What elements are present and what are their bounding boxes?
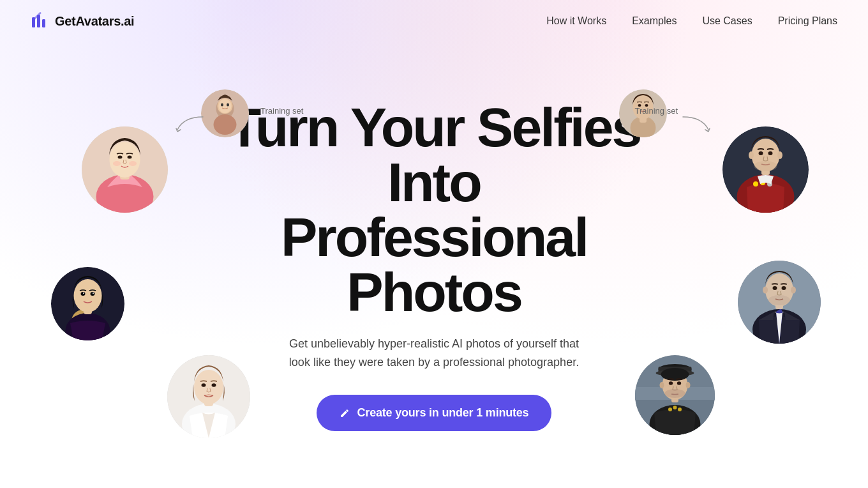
hero-subheadline: Get unbelievably hyper-realistic AI phot… xyxy=(281,335,587,372)
arrow-right xyxy=(680,114,715,136)
avatar-bottom-right xyxy=(738,261,821,344)
hero-headline: Turn Your Selfies Into Professional Phot… xyxy=(211,100,657,319)
avatar-mid-left xyxy=(82,126,168,213)
nav-examples[interactable]: Examples xyxy=(632,15,677,26)
avatar-lower-left xyxy=(167,355,250,438)
svg-point-59 xyxy=(791,287,796,294)
svg-point-16 xyxy=(128,156,132,159)
svg-point-52 xyxy=(754,161,777,171)
svg-point-26 xyxy=(91,292,95,296)
avatar-lower-right xyxy=(635,355,715,435)
svg-point-78 xyxy=(668,408,672,411)
avatar-bottom-left xyxy=(51,267,124,340)
svg-point-28 xyxy=(93,293,94,294)
svg-point-75 xyxy=(669,381,673,385)
arrow-left xyxy=(171,114,206,136)
svg-point-18 xyxy=(129,161,137,166)
logo-link[interactable]: GetAvatars.ai xyxy=(31,12,134,30)
svg-point-80 xyxy=(673,406,677,409)
svg-point-61 xyxy=(782,286,786,290)
svg-point-74 xyxy=(686,382,691,388)
svg-point-25 xyxy=(81,292,86,296)
svg-point-48 xyxy=(749,151,754,159)
svg-point-77 xyxy=(665,389,685,398)
nav-use-cases[interactable]: Use Cases xyxy=(702,15,752,26)
svg-point-9 xyxy=(227,103,229,107)
logo-text: GetAvatars.ai xyxy=(55,14,134,29)
svg-point-27 xyxy=(83,293,84,294)
svg-point-32 xyxy=(194,370,223,404)
svg-point-73 xyxy=(660,382,664,388)
svg-point-8 xyxy=(221,103,223,107)
svg-point-79 xyxy=(678,408,682,411)
svg-point-24 xyxy=(74,279,102,312)
nav-pricing-plans[interactable]: Pricing Plans xyxy=(778,15,837,26)
svg-point-50 xyxy=(759,151,763,155)
training-label-right: Training set xyxy=(635,106,678,116)
svg-point-60 xyxy=(773,286,777,290)
pencil-icon xyxy=(340,407,351,418)
svg-point-49 xyxy=(777,151,782,159)
nav-links: How it Works Examples Use Cases Pricing … xyxy=(546,15,837,27)
svg-point-14 xyxy=(110,142,140,178)
svg-point-10 xyxy=(214,114,237,135)
svg-point-43 xyxy=(753,181,758,187)
svg-point-7 xyxy=(219,99,232,113)
svg-point-72 xyxy=(661,368,689,381)
avatar-top-left xyxy=(201,89,249,137)
svg-point-15 xyxy=(118,156,123,159)
navbar: GetAvatars.ai How it Works Examples Use … xyxy=(0,0,868,42)
avatar-mid-right xyxy=(722,126,809,213)
svg-point-17 xyxy=(113,161,121,166)
svg-point-76 xyxy=(677,381,681,385)
nav-how-it-works[interactable]: How it Works xyxy=(546,15,606,26)
svg-point-58 xyxy=(763,287,768,294)
training-label-left: Training set xyxy=(260,106,303,116)
cta-button[interactable]: Create yours in under 1 minutes xyxy=(317,395,552,431)
hero-section: Turn Your Selfies Into Professional Phot… xyxy=(0,42,868,431)
svg-point-51 xyxy=(768,151,773,155)
svg-rect-2 xyxy=(42,19,45,27)
svg-point-34 xyxy=(212,383,216,387)
logo-icon xyxy=(31,12,49,30)
svg-point-33 xyxy=(202,383,206,387)
